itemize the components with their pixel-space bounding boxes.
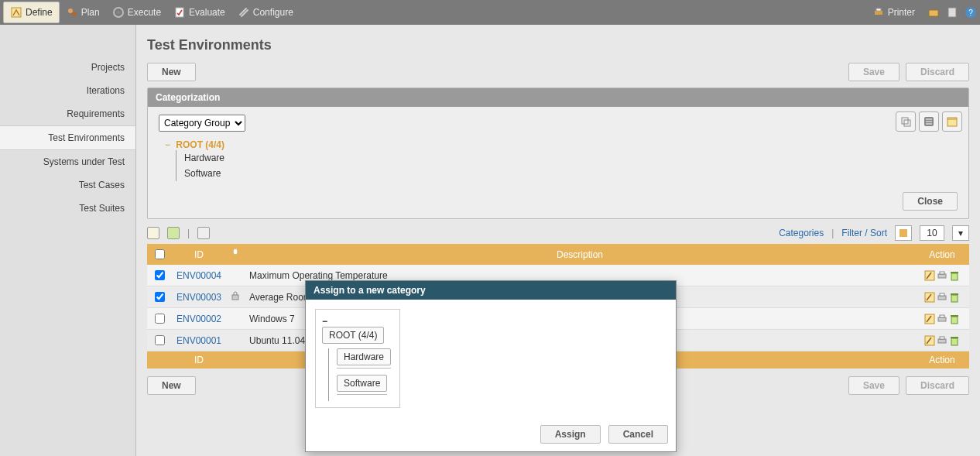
collapse-icon[interactable]: − [322,316,327,327]
col-lock [226,244,245,265]
close-button[interactable]: Close [903,192,958,211]
toolbar-page-icon[interactable] [946,6,958,19]
panel-notes-icon[interactable] [942,111,962,132]
sidebar-item-requirements[interactable]: Requirements [0,102,135,125]
print-icon[interactable] [937,335,947,346]
svg-rect-26 [951,272,958,273]
edit-icon[interactable] [924,270,935,281]
svg-rect-39 [938,339,946,343]
print-icon[interactable] [937,270,947,281]
lock-icon [231,292,240,303]
sidebar-item-test-cases[interactable]: Test Cases [0,173,135,197]
tree-leaf-label: Software [184,168,221,179]
modal-tree-root-row: − ROOT (4/4) [322,316,393,344]
assign-category-modal: Assign to a new category − ROOT (4/4) Ha… [305,280,677,452]
edit-icon[interactable] [924,314,935,324]
tree-root[interactable]: − ROOT (4/4) [165,139,958,150]
svg-rect-27 [232,295,238,300]
sidebar-item-test-environments[interactable]: Test Environments [0,125,135,150]
print-icon[interactable] [937,314,947,324]
print-grid-icon[interactable] [147,227,159,239]
page-size-dropdown-icon[interactable]: ▾ [952,225,969,241]
svg-rect-22 [925,271,934,280]
categories-link[interactable]: Categories [779,228,824,238]
svg-rect-41 [951,338,958,345]
modal-node-software[interactable]: Software [337,375,387,392]
save-button-top[interactable]: Save [848,63,899,81]
view-toggle-icon[interactable] [895,225,912,241]
delete-grid-icon[interactable] [167,227,180,239]
printer-icon [872,6,885,19]
page-size-field[interactable]: 10 [920,225,944,241]
tree-leaf-hardware[interactable]: Hardware [184,150,958,166]
col-checkbox[interactable] [147,244,172,265]
sidebar-label: Iterations [87,85,125,96]
svg-rect-31 [951,295,958,302]
col-description[interactable]: Description [245,244,915,265]
discard-button-top[interactable]: Discard [906,63,969,81]
svg-point-1 [68,9,73,13]
modal-tree: − ROOT (4/4) Hardware Software [315,309,400,408]
col-id[interactable]: ID [172,244,226,265]
evaluate-icon [173,6,186,19]
toolbar-define-label: Define [26,7,53,18]
sidebar-item-projects[interactable]: Projects [0,56,135,79]
categorization-panel: Categorization Category Group − ROOT (4/… [147,87,969,219]
cancel-button[interactable]: Cancel [608,425,668,444]
row-id-link[interactable]: ENV00004 [176,270,221,281]
new-button-top[interactable]: New [147,63,196,81]
row-id-link[interactable]: ENV00001 [176,335,221,346]
sidebar-item-iterations[interactable]: Iterations [0,79,135,102]
assign-button[interactable]: Assign [540,425,601,444]
edit-icon[interactable] [924,292,935,303]
sidebar-label: Projects [91,62,125,73]
sidebar-item-test-suites[interactable]: Test Suites [0,197,135,220]
delete-icon[interactable] [949,335,960,346]
svg-rect-29 [938,296,946,300]
new-button-bottom[interactable]: New [147,376,196,395]
filter-sort-link[interactable]: Filter / Sort [841,228,887,238]
save-button-bottom[interactable]: Save [848,376,899,395]
execute-icon [112,6,125,19]
toolbar-configure[interactable]: Configure [231,2,300,23]
row-checkbox[interactable] [155,270,165,280]
toolbar-execute-label: Execute [128,7,161,18]
delete-icon[interactable] [949,292,960,303]
category-group-select[interactable]: Category Group [159,115,245,132]
svg-rect-12 [902,118,908,124]
foot-id: ID [172,351,226,369]
select-all-checkbox[interactable] [155,249,165,259]
folder-icon[interactable] [197,227,210,239]
panel-copy-icon[interactable] [896,111,916,132]
toolbar-printer[interactable]: Printer [866,2,921,23]
panel-list-icon[interactable] [919,111,939,132]
discard-button-bottom[interactable]: Discard [906,376,969,395]
modal-node-hardware[interactable]: Hardware [337,348,391,365]
svg-rect-24 [940,272,944,274]
row-checkbox[interactable] [155,335,165,345]
delete-icon[interactable] [949,314,960,324]
help-icon[interactable]: ? [965,6,977,19]
tree-root-label: ROOT (4/4) [176,139,224,150]
toolbar-box-icon[interactable] [927,6,940,19]
row-id-link[interactable]: ENV00003 [176,292,221,303]
print-icon[interactable] [937,292,947,303]
sidebar-item-systems-under-test[interactable]: Systems under Test [0,150,135,173]
svg-rect-37 [951,315,958,317]
modal-root-node[interactable]: ROOT (4/4) [322,327,384,344]
toolbar-define[interactable]: Define [3,2,60,23]
define-icon [10,6,22,19]
row-checkbox[interactable] [155,292,165,302]
row-id-link[interactable]: ENV00002 [176,314,221,324]
collapse-icon: − [165,139,170,150]
svg-rect-38 [925,336,934,345]
svg-rect-7 [876,9,881,11]
toolbar-execute[interactable]: Execute [106,2,167,23]
toolbar-plan[interactable]: Plan [60,2,106,23]
svg-point-2 [72,12,77,16]
edit-icon[interactable] [924,335,935,346]
delete-icon[interactable] [949,270,960,281]
tree-leaf-software[interactable]: Software [184,166,958,181]
row-checkbox[interactable] [155,314,165,324]
toolbar-evaluate[interactable]: Evaluate [167,2,231,23]
